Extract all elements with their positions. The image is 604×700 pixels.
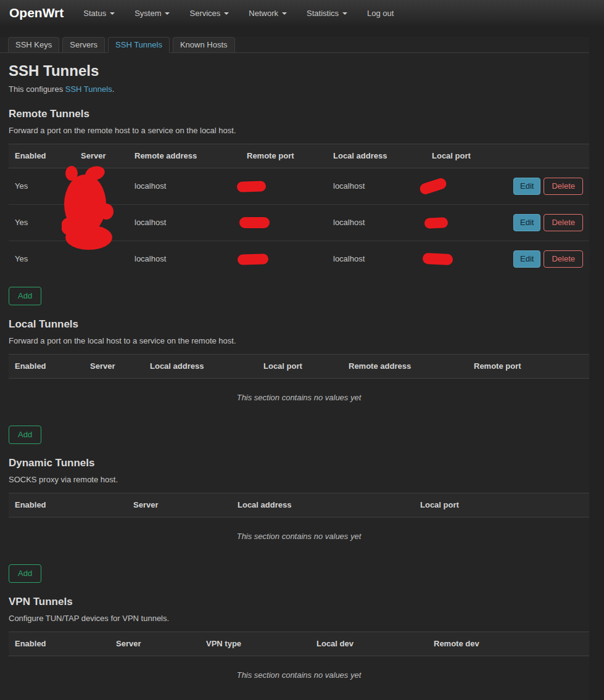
cell-local-address: localhost <box>327 168 426 205</box>
cell-remote-address: localhost <box>128 168 241 205</box>
col-server: Server <box>75 144 128 168</box>
cell-local-address: localhost <box>327 205 426 241</box>
remote-tunnels-description: Forward a port on the remote host to a s… <box>9 125 589 136</box>
col-actions <box>503 144 589 168</box>
redaction-mark <box>239 217 270 228</box>
empty-section-text: This section contains no values yet <box>9 517 589 555</box>
remote-tunnels-heading: Remote Tunnels <box>9 107 589 120</box>
col-local-address: Local address <box>231 493 414 517</box>
table-header-row: Enabled Server Local address Local port <box>9 493 589 517</box>
cell-remote-port <box>241 168 327 205</box>
cell-local-port <box>426 205 503 241</box>
table-row: Yes localhost localhost EditDelete <box>9 168 589 205</box>
menu-system-label: System <box>134 9 161 18</box>
chevron-down-icon <box>224 12 229 15</box>
dynamic-tunnels-heading: Dynamic Tunnels <box>9 456 589 469</box>
edit-button[interactable]: Edit <box>513 250 540 268</box>
local-tunnels-description: Forward a port on the local host to a se… <box>9 336 589 347</box>
col-local-port: Local port <box>426 144 503 168</box>
page-content: SSH Keys Servers SSH Tunnels Known Hosts… <box>0 37 589 700</box>
table-header-row: Enabled Server VPN type Local dev Remote… <box>9 632 589 656</box>
col-remote-port: Remote port <box>241 144 327 168</box>
cell-remote-port <box>241 205 327 241</box>
tab-known-hosts[interactable]: Known Hosts <box>173 37 235 53</box>
cell-remote-port <box>241 241 327 278</box>
col-local-port: Local port <box>257 355 342 379</box>
empty-row: This section contains no values yet <box>9 517 589 555</box>
cell-local-port <box>426 241 503 278</box>
menu-network-label: Network <box>249 9 278 18</box>
chevron-down-icon <box>165 12 170 15</box>
redaction-mark <box>238 253 269 265</box>
col-server: Server <box>127 493 231 517</box>
col-remote-address: Remote address <box>128 144 241 168</box>
col-local-address: Local address <box>144 355 257 379</box>
col-server: Server <box>84 355 144 379</box>
delete-button[interactable]: Delete <box>544 178 583 195</box>
delete-button[interactable]: Delete <box>544 250 583 268</box>
tab-ssh-keys[interactable]: SSH Keys <box>8 37 59 53</box>
cell-server-redacted <box>75 168 128 205</box>
vpn-tunnels-heading: VPN Tunnels <box>9 595 589 608</box>
col-local-address: Local address <box>327 144 426 168</box>
add-local-tunnel-button[interactable]: Add <box>9 426 41 444</box>
table-header-row: Enabled Server Remote address Remote por… <box>9 144 589 168</box>
menu-services[interactable]: Services <box>189 9 229 18</box>
chevron-down-icon <box>110 12 115 15</box>
page-title: SSH Tunnels <box>9 62 589 80</box>
tab-ssh-tunnels[interactable]: SSH Tunnels <box>108 37 170 53</box>
col-enabled: Enabled <box>9 632 110 656</box>
dynamic-tunnels-table: Enabled Server Local address Local port … <box>9 493 589 554</box>
intro-prefix: This configures <box>9 84 65 94</box>
menu-network[interactable]: Network <box>249 9 287 18</box>
table-row: Yes localhost localhost EditDelete <box>9 241 589 278</box>
edit-button[interactable]: Edit <box>513 178 540 195</box>
vpn-tunnels-description: Configure TUN/TAP devices for VPN tunnel… <box>9 613 589 624</box>
col-remote-dev: Remote dev <box>428 632 589 656</box>
menu-logout-label: Log out <box>367 9 394 18</box>
page-intro: This configures SSH Tunnels. <box>9 84 589 95</box>
cell-remote-address: localhost <box>128 205 241 241</box>
cell-enabled: Yes <box>9 205 75 241</box>
tab-bar: SSH Keys Servers SSH Tunnels Known Hosts <box>0 37 589 53</box>
col-enabled: Enabled <box>9 144 75 168</box>
ssh-tunnels-link[interactable]: SSH Tunnels <box>65 84 112 94</box>
menu-logout[interactable]: Log out <box>367 9 394 18</box>
add-remote-tunnel-button[interactable]: Add <box>9 287 41 305</box>
menu-statistics[interactable]: Statistics <box>307 9 347 18</box>
col-vpn-type: VPN type <box>200 632 310 656</box>
tab-servers[interactable]: Servers <box>62 37 105 53</box>
menu-system[interactable]: System <box>134 9 170 18</box>
brand-logo[interactable]: OpenWrt <box>9 6 64 20</box>
col-server: Server <box>110 632 200 656</box>
col-remote-address: Remote address <box>342 355 468 379</box>
chevron-down-icon <box>282 12 287 15</box>
cell-server-redacted <box>75 241 128 278</box>
table-header-row: Enabled Server Local address Local port … <box>9 355 589 379</box>
add-dynamic-tunnel-button[interactable]: Add <box>9 564 41 583</box>
cell-enabled: Yes <box>9 168 75 205</box>
col-local-port: Local port <box>414 493 589 517</box>
navbar-menu: Status System Services Network Statistic… <box>83 9 394 18</box>
empty-row: This section contains no values yet <box>9 379 589 416</box>
redaction-mark <box>237 181 267 192</box>
cell-remote-address: localhost <box>128 241 241 278</box>
edit-button[interactable]: Edit <box>513 214 540 231</box>
redaction-mark <box>424 217 449 229</box>
menu-services-label: Services <box>189 9 220 18</box>
empty-section-text: This section contains no values yet <box>9 656 589 694</box>
cell-enabled: Yes <box>9 241 75 278</box>
delete-button[interactable]: Delete <box>544 214 583 231</box>
empty-section-text: This section contains no values yet <box>9 379 589 416</box>
menu-status[interactable]: Status <box>83 9 115 18</box>
top-navbar: OpenWrt Status System Services Network S… <box>0 0 604 26</box>
cell-local-port <box>426 168 503 205</box>
local-tunnels-table: Enabled Server Local address Local port … <box>9 354 589 416</box>
table-row: Yes localhost localhost EditDelete <box>9 205 589 241</box>
vpn-tunnels-table: Enabled Server VPN type Local dev Remote… <box>9 632 589 693</box>
chevron-down-icon <box>342 12 347 15</box>
redaction-mark <box>423 253 453 266</box>
dynamic-tunnels-description: SOCKS proxy via remote host. <box>9 474 589 485</box>
empty-row: This section contains no values yet <box>9 656 589 694</box>
cell-local-address: localhost <box>327 241 426 278</box>
